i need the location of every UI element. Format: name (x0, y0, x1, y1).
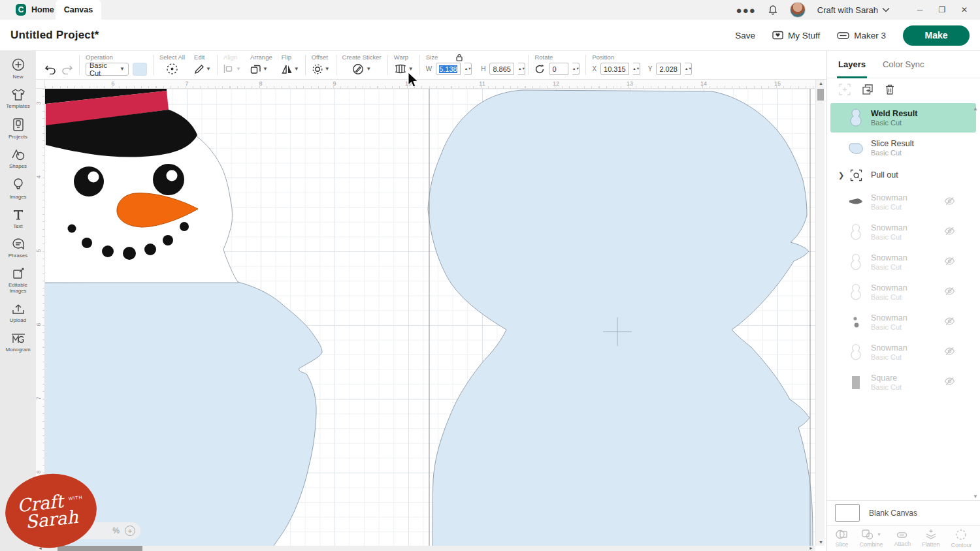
width-stepper[interactable]: ▲▼ (465, 63, 472, 75)
sidebar-item-editable-images[interactable]: Editable Images (0, 267, 36, 294)
group-icon[interactable] (839, 84, 851, 98)
blank-canvas-row[interactable]: Blank Canvas (827, 500, 980, 525)
align-button[interactable]: ▼ (223, 64, 241, 74)
flatten-action[interactable]: Flatten (922, 529, 940, 548)
layer-row[interactable]: SnowmanBasic Cut (830, 187, 976, 217)
color-swatch[interactable] (133, 63, 147, 76)
position-x-input[interactable]: 10.315 (600, 63, 629, 75)
visibility-hidden-eye-icon[interactable] (944, 197, 955, 208)
position-label: Position (592, 54, 692, 61)
horizontal-scroll-thumb[interactable] (57, 546, 142, 551)
warp-button[interactable]: ▼ (394, 64, 414, 74)
make-button[interactable]: Make (903, 25, 970, 46)
monogram-icon (10, 332, 26, 345)
arrange-label: Arrange (250, 54, 272, 61)
visibility-hidden-eye-icon[interactable] (944, 287, 955, 298)
sidebar-item-text[interactable]: Text (0, 208, 36, 229)
rotate-button[interactable] (534, 64, 545, 74)
rotate-label: Rotate (534, 54, 580, 61)
layer-thumbnail (847, 315, 864, 330)
account-name: Craft with Sarah (817, 5, 878, 15)
maximize-button[interactable]: ❐ (933, 1, 951, 18)
tab-color-sync[interactable]: Color Sync (883, 51, 924, 78)
offset-button[interactable]: ▼ (312, 63, 330, 75)
height-input[interactable]: 8.865 (489, 63, 514, 75)
visibility-hidden-eye-icon[interactable] (944, 377, 955, 388)
sidebar-item-label: New (12, 74, 23, 80)
attach-action[interactable]: Attach (894, 530, 911, 547)
contour-action[interactable]: Contour (951, 529, 972, 548)
user-avatar[interactable] (790, 2, 806, 18)
duplicate-icon[interactable] (862, 84, 874, 98)
visibility-hidden-eye-icon[interactable] (944, 257, 955, 268)
scroll-down-icon[interactable]: ▼ (819, 540, 823, 544)
layer-row[interactable]: Weld ResultBasic Cut (830, 103, 976, 133)
layer-group-row[interactable]: ❯Pull out (830, 163, 976, 187)
height-stepper[interactable]: ▲▼ (518, 63, 525, 75)
home-tab[interactable]: C Home (7, 0, 63, 20)
visibility-hidden-eye-icon[interactable] (944, 317, 955, 328)
scroll-up-icon[interactable]: ▲ (819, 81, 823, 86)
sidebar-item-phrases[interactable]: Phrases (0, 238, 36, 259)
slice-action[interactable]: Slice (835, 529, 848, 548)
layer-row[interactable]: SnowmanBasic Cut (830, 277, 976, 307)
tab-layers[interactable]: Layers (838, 51, 866, 78)
expand-chevron-icon[interactable]: ❯ (838, 171, 844, 180)
layer-row[interactable]: SnowmanBasic Cut (830, 217, 976, 247)
canvas-artwork[interactable] (45, 89, 815, 546)
sidebar-item-monogram[interactable]: Monogram (0, 332, 36, 353)
position-x-stepper[interactable]: ▲▼ (633, 63, 640, 75)
canvas-tab[interactable]: Canvas (56, 0, 101, 20)
combine-action[interactable]: ▼Combine (859, 529, 883, 548)
close-button[interactable]: ✕ (955, 1, 973, 18)
action-label: Contour (951, 542, 972, 548)
width-input[interactable]: 5.138 (436, 63, 461, 75)
overflow-menu-icon[interactable]: ●●● (736, 5, 756, 16)
sidebar-item-upload[interactable]: Upload (0, 302, 36, 323)
visibility-hidden-eye-icon[interactable] (944, 347, 955, 358)
size-lock-icon[interactable] (455, 52, 463, 64)
minimize-button[interactable]: ─ (911, 1, 929, 18)
layer-row[interactable]: Slice ResultBasic Cut (830, 133, 976, 163)
templates-icon (10, 88, 26, 101)
v-ruler-number: 5 (35, 249, 42, 252)
layer-row[interactable]: SnowmanBasic Cut (830, 338, 976, 367)
rotate-input[interactable]: 0 (549, 63, 568, 75)
visibility-hidden-eye-icon[interactable] (944, 227, 955, 238)
select-all-label: Select All (159, 54, 185, 61)
operation-select[interactable]: Basic Cut▼ (86, 63, 129, 76)
select-all-button[interactable] (166, 63, 178, 75)
layer-row[interactable]: SquareBasic Cut (830, 368, 976, 397)
layer-list-scroll-up-icon[interactable]: ▲ (973, 106, 978, 112)
h-ruler-number: 13 (627, 80, 633, 87)
position-y-stepper[interactable]: ▲▼ (685, 63, 692, 75)
sidebar-item-images[interactable]: Images (0, 178, 36, 200)
layer-row[interactable]: SnowmanBasic Cut (830, 247, 976, 277)
delete-icon[interactable] (885, 84, 895, 98)
layer-row[interactable]: SnowmanBasic Cut (830, 307, 976, 337)
arrange-button[interactable]: ▼ (250, 64, 268, 74)
canvas-horizontal-scrollbar[interactable]: ◄ ► (36, 546, 815, 551)
sidebar-item-shapes[interactable]: Shapes (0, 148, 36, 169)
vertical-scroll-thumb[interactable] (817, 89, 824, 101)
create-sticker-button[interactable]: ▼ (352, 63, 371, 75)
zoom-in-icon[interactable]: + (125, 526, 135, 536)
scroll-right-icon[interactable]: ► (809, 546, 813, 551)
account-menu[interactable]: Craft with Sarah (817, 5, 890, 15)
canvas-vertical-scrollbar[interactable]: ▲ ▼ (815, 80, 825, 546)
notifications-bell-icon[interactable] (768, 5, 778, 15)
sidebar-item-projects[interactable]: Projects (0, 118, 36, 140)
slice-icon (835, 529, 848, 540)
my-stuff-button[interactable]: My Stuff (772, 31, 820, 40)
undo-button[interactable] (44, 64, 57, 74)
position-y-input[interactable]: 2.028 (656, 63, 681, 75)
sidebar-item-new[interactable]: New (0, 57, 36, 80)
flip-button[interactable]: ▼ (282, 64, 299, 74)
layer-list-scroll-down-icon[interactable]: ▼ (973, 494, 978, 499)
save-button[interactable]: Save (735, 31, 755, 40)
sidebar-item-templates[interactable]: Templates (0, 88, 36, 109)
machine-select-button[interactable]: Maker 3 (837, 31, 886, 40)
redo-button[interactable] (61, 64, 73, 74)
edit-button[interactable]: ▼ (194, 64, 211, 74)
rotate-stepper[interactable]: ▲▼ (572, 63, 580, 75)
